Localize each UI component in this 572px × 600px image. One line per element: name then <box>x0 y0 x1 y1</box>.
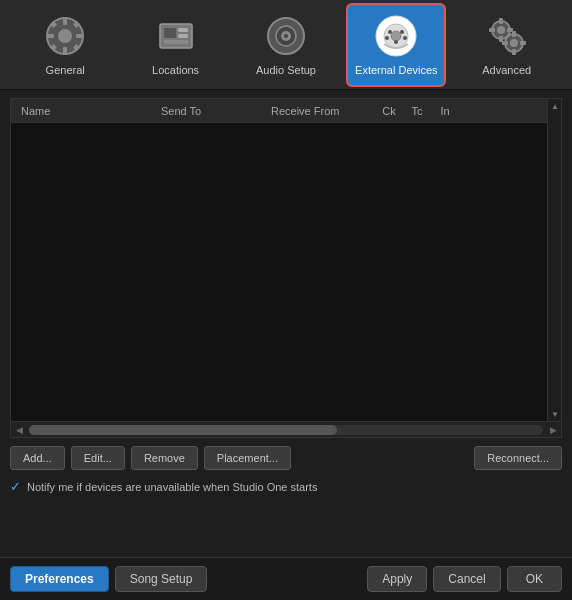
svg-rect-11 <box>164 28 176 38</box>
col-header-name: Name <box>15 105 155 117</box>
apply-button[interactable]: Apply <box>367 566 427 592</box>
add-button[interactable]: Add... <box>10 446 65 470</box>
edit-button[interactable]: Edit... <box>71 446 125 470</box>
remove-button[interactable]: Remove <box>131 446 198 470</box>
hscroll-thumb[interactable] <box>29 425 337 435</box>
bottom-bar: Preferences Song Setup Apply Cancel OK <box>0 557 572 600</box>
nav-item-locations[interactable]: Locations <box>126 3 226 87</box>
devices-table-container: Name Send To Receive From Ck Tc In ▲ ▼ ◀… <box>10 98 562 438</box>
vscroll-bar[interactable]: ▲ ▼ <box>547 99 561 421</box>
preferences-button[interactable]: Preferences <box>10 566 109 592</box>
svg-rect-4 <box>47 34 54 38</box>
svg-rect-2 <box>63 18 67 25</box>
svg-point-22 <box>388 30 392 34</box>
svg-rect-30 <box>499 36 503 42</box>
placement-button[interactable]: Placement... <box>204 446 291 470</box>
svg-rect-32 <box>507 28 513 32</box>
svg-point-34 <box>510 39 518 47</box>
advanced-icon <box>485 14 529 58</box>
nav-label-advanced: Advanced <box>482 64 531 76</box>
hscroll-bar[interactable]: ◀ ▶ <box>11 421 561 437</box>
svg-point-21 <box>391 31 401 41</box>
hscroll-left-arrow[interactable]: ◀ <box>11 422 27 438</box>
svg-point-26 <box>394 40 398 44</box>
cancel-button[interactable]: Cancel <box>433 566 500 592</box>
notify-checkbox-row: ✓ Notify me if devices are unavailable w… <box>0 478 572 501</box>
external-devices-icon <box>374 14 418 58</box>
ok-button[interactable]: OK <box>507 566 562 592</box>
col-header-receive-from: Receive From <box>265 105 375 117</box>
general-icon <box>43 14 87 58</box>
svg-point-25 <box>403 36 407 40</box>
notify-label: Notify me if devices are unavailable whe… <box>27 481 317 493</box>
table-body[interactable] <box>11 123 561 413</box>
svg-rect-35 <box>512 31 516 37</box>
svg-rect-14 <box>164 40 188 44</box>
svg-rect-12 <box>178 28 188 32</box>
nav-label-locations: Locations <box>152 64 199 76</box>
audio-setup-icon <box>264 14 308 58</box>
svg-rect-38 <box>520 41 526 45</box>
svg-rect-36 <box>512 49 516 55</box>
svg-point-23 <box>400 30 404 34</box>
nav-label-external-devices: External Devices <box>355 64 438 76</box>
nav-item-audio-setup[interactable]: Audio Setup <box>236 3 336 87</box>
svg-point-28 <box>497 26 505 34</box>
svg-rect-37 <box>502 41 508 45</box>
nav-item-external-devices[interactable]: External Devices <box>346 3 446 87</box>
vscroll-down-arrow[interactable]: ▼ <box>548 407 562 421</box>
reconnect-button[interactable]: Reconnect... <box>474 446 562 470</box>
svg-point-18 <box>284 34 288 38</box>
svg-rect-5 <box>76 34 83 38</box>
locations-icon <box>154 14 198 58</box>
col-header-in: In <box>431 105 459 117</box>
top-nav: General Locations Audio Setup <box>0 0 572 90</box>
notify-checkbox[interactable]: ✓ <box>10 480 21 493</box>
svg-point-24 <box>385 36 389 40</box>
svg-rect-29 <box>499 18 503 24</box>
action-buttons-row: Add... Edit... Remove Placement... Recon… <box>0 438 572 478</box>
song-setup-button[interactable]: Song Setup <box>115 566 208 592</box>
svg-rect-13 <box>178 34 188 38</box>
vscroll-up-arrow[interactable]: ▲ <box>548 99 562 113</box>
svg-rect-31 <box>489 28 495 32</box>
col-header-ck: Ck <box>375 105 403 117</box>
hscroll-right-arrow[interactable]: ▶ <box>545 422 561 438</box>
svg-rect-3 <box>63 47 67 54</box>
nav-item-general[interactable]: General <box>15 3 115 87</box>
svg-point-1 <box>58 29 72 43</box>
table-header: Name Send To Receive From Ck Tc In <box>11 99 561 123</box>
nav-label-general: General <box>46 64 85 76</box>
col-header-send-to: Send To <box>155 105 265 117</box>
nav-label-audio-setup: Audio Setup <box>256 64 316 76</box>
col-header-tc: Tc <box>403 105 431 117</box>
hscroll-track[interactable] <box>29 425 543 435</box>
nav-item-advanced[interactable]: Advanced <box>457 3 557 87</box>
